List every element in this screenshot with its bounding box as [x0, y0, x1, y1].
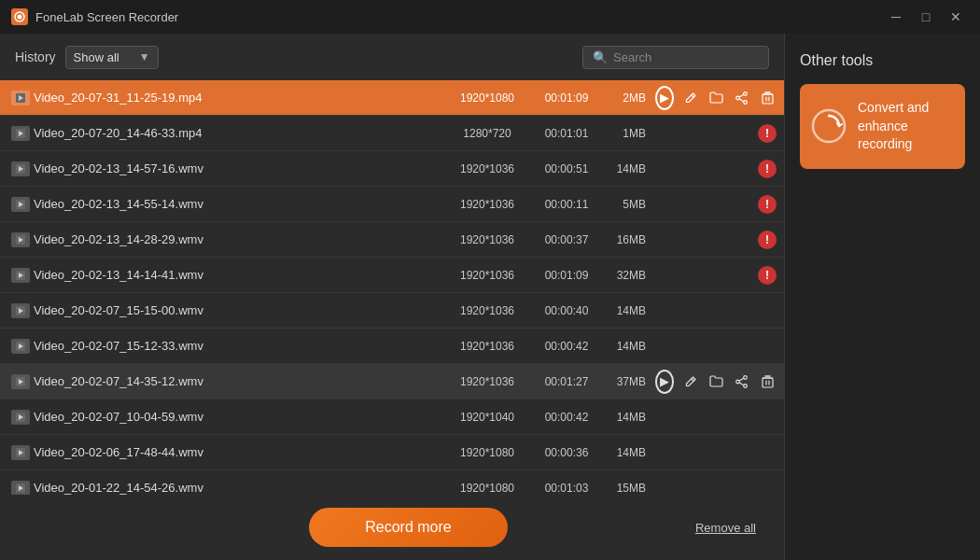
table-row[interactable]: Video_20-07-20_14-46-33.mp41280*72000:01… [0, 116, 784, 151]
share-button[interactable] [733, 86, 750, 110]
filter-dropdown[interactable]: Show all ▼ [65, 46, 159, 69]
table-row[interactable]: Video_20-02-06_17-48-44.wmv1920*108000:0… [0, 435, 784, 470]
file-icon [7, 232, 34, 247]
file-name: Video_20-07-31_11-25-19.mp4 [34, 91, 445, 105]
file-resolution: 1920*1036 [445, 233, 529, 246]
file-duration: 00:00:40 [529, 304, 604, 317]
delete-button[interactable] [759, 86, 777, 110]
svg-point-5 [744, 91, 748, 95]
filter-value: Show all [74, 50, 119, 64]
file-actions: ! [655, 231, 777, 249]
file-actions: ▶ [655, 86, 777, 110]
minimize-button[interactable]: ─ [883, 7, 909, 27]
file-resolution: 1280*720 [445, 127, 529, 140]
svg-line-4 [692, 94, 694, 97]
file-name: Video_20-02-13_14-28-29.wmv [34, 232, 445, 246]
file-icon [7, 126, 34, 141]
error-badge: ! [758, 124, 777, 143]
folder-button[interactable] [707, 86, 725, 110]
file-resolution: 1920*1036 [445, 162, 529, 175]
svg-point-34 [736, 380, 740, 384]
video-file-icon [11, 339, 30, 354]
file-actions: ▶ [655, 370, 777, 394]
file-resolution: 1920*1036 [445, 340, 529, 353]
share-button[interactable] [733, 370, 750, 394]
play-button[interactable]: ▶ [655, 86, 674, 110]
folder-button[interactable] [707, 370, 725, 394]
table-row[interactable]: Video_20-01-22_14-54-26.wmv1920*108000:0… [0, 470, 784, 495]
video-file-icon [11, 232, 30, 247]
convert-icon [811, 108, 847, 144]
file-actions: ! [655, 195, 777, 214]
file-icon [7, 91, 34, 105]
close-button[interactable]: ✕ [943, 7, 969, 27]
file-icon [7, 303, 34, 318]
play-button[interactable]: ▶ [655, 370, 674, 394]
video-file-icon [11, 303, 30, 318]
table-row[interactable]: Video_20-02-13_14-55-14.wmv1920*103600:0… [0, 187, 784, 222]
table-row[interactable]: Video_20-02-13_14-28-29.wmv1920*103600:0… [0, 222, 784, 258]
delete-button[interactable] [759, 370, 777, 394]
video-file-icon [11, 268, 30, 283]
file-icon [7, 339, 34, 354]
video-file-icon [11, 126, 30, 141]
file-name: Video_20-02-07_14-35-12.wmv [34, 374, 445, 388]
file-size: 14MB [604, 340, 655, 353]
file-duration: 00:01:09 [529, 269, 604, 282]
chevron-down-icon: ▼ [139, 50, 150, 63]
file-size: 16MB [604, 233, 655, 246]
file-resolution: 1920*1036 [445, 304, 529, 317]
file-resolution: 1920*1036 [445, 375, 529, 388]
svg-rect-37 [763, 378, 773, 387]
table-row[interactable]: Video_20-02-07_10-04-59.wmv1920*104000:0… [0, 399, 784, 435]
file-duration: 00:01:01 [529, 127, 604, 140]
svg-line-31 [692, 378, 694, 381]
file-duration: 00:00:11 [529, 198, 604, 211]
file-resolution: 1920*1080 [445, 91, 529, 105]
file-icon [7, 410, 34, 425]
file-duration: 00:00:51 [529, 162, 604, 175]
record-more-button[interactable]: Record more [309, 508, 507, 547]
title-bar: FoneLab Screen Recorder ─ □ ✕ [0, 0, 980, 34]
file-duration: 00:00:36 [529, 446, 604, 459]
maximize-button[interactable]: □ [913, 7, 939, 27]
file-size: 37MB [604, 375, 655, 388]
file-size: 32MB [604, 269, 655, 282]
other-tools-title: Other tools [800, 52, 965, 69]
table-row[interactable]: Video_20-02-07_14-35-12.wmv1920*103600:0… [0, 364, 784, 399]
svg-line-9 [740, 99, 745, 102]
svg-line-36 [740, 383, 745, 385]
table-row[interactable]: Video_20-02-07_15-15-00.wmv1920*103600:0… [0, 293, 784, 329]
file-resolution: 1920*1040 [445, 411, 529, 424]
svg-point-33 [744, 384, 748, 387]
video-file-icon [11, 161, 30, 176]
remove-all-button[interactable]: Remove all [695, 521, 756, 535]
convert-tool-card[interactable]: Convert and enhance recording [800, 84, 965, 169]
file-size: 14MB [604, 411, 655, 424]
edit-button[interactable] [681, 86, 699, 110]
error-badge: ! [758, 231, 777, 249]
file-name: Video_20-07-20_14-46-33.mp4 [34, 126, 445, 140]
app-icon [11, 8, 28, 25]
file-duration: 00:01:27 [529, 375, 604, 388]
right-panel: Other tools Convert and enhance recordin… [784, 34, 980, 560]
title-bar-left: FoneLab Screen Recorder [11, 8, 178, 25]
error-badge: ! [758, 160, 777, 178]
edit-button[interactable] [681, 370, 699, 394]
file-icon [7, 161, 34, 176]
history-section: History Show all ▼ [15, 46, 159, 69]
svg-rect-10 [763, 94, 773, 104]
table-row[interactable]: Video_20-02-13_14-57-16.wmv1920*103600:0… [0, 151, 784, 187]
table-row[interactable]: Video_20-07-31_11-25-19.mp41920*108000:0… [0, 80, 784, 116]
window-controls: ─ □ ✕ [883, 7, 969, 27]
search-input[interactable] [613, 50, 759, 64]
table-row[interactable]: Video_20-02-07_15-12-33.wmv1920*103600:0… [0, 329, 784, 364]
file-list[interactable]: Video_20-07-31_11-25-19.mp41920*108000:0… [0, 80, 784, 495]
file-size: 14MB [604, 304, 655, 317]
file-name: Video_20-02-13_14-57-16.wmv [34, 161, 445, 175]
file-resolution: 1920*1036 [445, 198, 529, 211]
video-file-icon [11, 481, 30, 496]
table-row[interactable]: Video_20-02-13_14-14-41.wmv1920*103600:0… [0, 258, 784, 293]
file-duration: 00:00:37 [529, 233, 604, 246]
file-actions: ! [655, 266, 777, 285]
